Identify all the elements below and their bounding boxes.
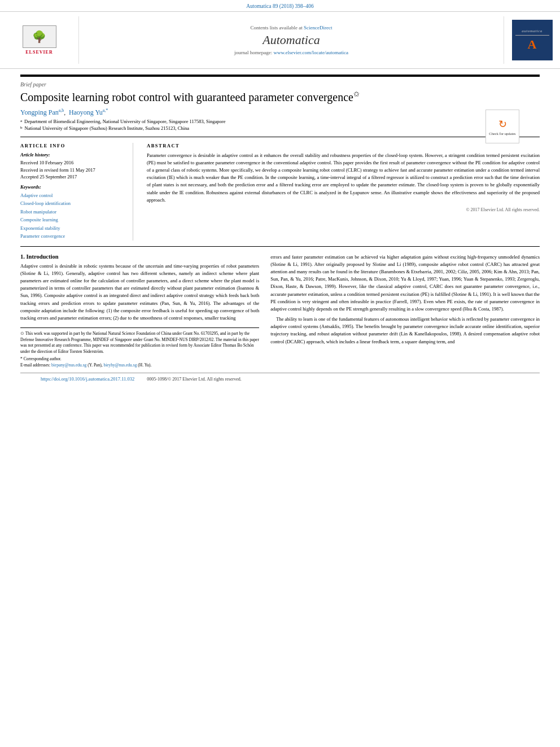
header-center: Contents lists available at ScienceDirec…: [79, 16, 504, 64]
abstract-label: ABSTRACT: [147, 143, 540, 148]
col-left: 1. Introduction Adaptive control is desi…: [20, 254, 259, 368]
col-right: errors and faster parameter estimation c…: [270, 254, 540, 368]
email1-link[interactable]: biepany@nus.edu.sg: [51, 362, 86, 368]
author2-link[interactable]: Haoyong Yua,*: [69, 108, 108, 117]
automatica-badge: automatica A: [512, 20, 553, 60]
doi-link[interactable]: https://doi.org/10.1016/j.automatica.201…: [41, 376, 134, 382]
affil-b-text: National University of Singapore (Suzhou…: [25, 125, 190, 132]
keywords-label: Keywords:: [20, 184, 125, 190]
copyright-line: © 2017 Elsevier Ltd. All rights reserved…: [147, 207, 540, 212]
footnote-star: ✩ This work was supported in part by the…: [20, 331, 259, 355]
badge-label: automatica: [522, 29, 542, 33]
elsevier-text: ELSEVIER: [25, 50, 53, 55]
doi-text: Automatica 89 (2018) 398–406: [246, 3, 314, 9]
contents-text: Contents lists available at: [251, 25, 303, 30]
paper-title-text: Composite learning robot control with gu…: [20, 91, 353, 103]
abstract-text: Parameter convergence is desirable in ad…: [147, 152, 540, 204]
badge-icon: A: [528, 37, 537, 52]
page: Automatica 89 (2018) 398–406 🌳 ELSEVIER …: [0, 0, 560, 747]
kw-robot[interactable]: Robot manipulator: [20, 209, 56, 215]
journal-title: Automatica: [262, 33, 320, 47]
author1-link[interactable]: Yongping Pana,b: [20, 108, 64, 117]
received1: Received 10 February 2016: [20, 159, 125, 167]
journal-homepage: journal homepage: www.elsevier.com/locat…: [234, 50, 348, 55]
intro-right-text: errors and faster parameter estimation c…: [270, 254, 540, 346]
elsevier-logo: 🌳 ELSEVIER: [23, 25, 56, 55]
intro-left-p1: Adaptive control is desirable in robotic…: [20, 263, 259, 322]
elsevier-tree-icon: 🌳: [32, 30, 46, 43]
affil-b-line: b National University of Singapore (Suzh…: [20, 125, 540, 132]
check-updates-icon: ↻: [498, 118, 507, 130]
kw-closed-loop[interactable]: Closed-loop identification: [20, 200, 71, 206]
affiliations: a Department of Biomedical Engineering, …: [20, 119, 540, 132]
affil-a-text: Department of Biomedical Engineering, Na…: [24, 119, 225, 125]
authors-row: Yongping Pana,b , Haoyong Yua,*: [20, 108, 540, 117]
affil-b-sup: b: [20, 125, 23, 132]
intro-heading: 1. Introduction: [20, 254, 259, 260]
sciencedirect-link[interactable]: ScienceDirect: [304, 25, 332, 30]
section-number: 1.: [20, 254, 25, 260]
homepage-label: journal homepage:: [234, 50, 272, 55]
article-abstract-col: ABSTRACT Parameter convergence is desira…: [145, 143, 540, 241]
received2: Received in revised form 11 May 2017: [20, 167, 125, 174]
author1-sup: a,b: [59, 108, 64, 113]
paper-title: Composite learning robot control with gu…: [20, 90, 540, 104]
email2-link[interactable]: bieyhy@nus.edu.sg: [103, 362, 137, 368]
main-two-col: 1. Introduction Adaptive control is desi…: [20, 254, 540, 368]
kw-adaptive[interactable]: Adaptive control: [20, 193, 53, 198]
check-updates-label: Check for updates: [489, 132, 515, 136]
footnote-area: ✩ This work was supported in part by the…: [20, 327, 259, 368]
affil-a-line: a Department of Biomedical Engineering, …: [20, 119, 540, 125]
intro-left-text: Adaptive control is desirable in robotic…: [20, 263, 259, 322]
article-columns: ARTICLE INFO Article history: Received 1…: [20, 137, 540, 247]
intro-right-p1: errors and faster parameter estimation c…: [270, 254, 540, 313]
history-label: Article history:: [20, 152, 125, 158]
kw-exponential[interactable]: Exponential stability: [20, 225, 60, 231]
author-comma: ,: [64, 110, 65, 116]
keywords-list: Adaptive control Closed-loop identificat…: [20, 191, 125, 241]
affil-a-sup: a: [20, 119, 22, 125]
email2-name: (H. Yu).: [138, 362, 151, 368]
doi-bar: Automatica 89 (2018) 398–406: [0, 0, 560, 11]
article-info-col: ARTICLE INFO Article history: Received 1…: [20, 143, 133, 241]
elsevier-box: 🌳: [23, 25, 56, 48]
paper-type-label: Brief paper: [20, 76, 540, 88]
elsevier-logo-area: 🌳 ELSEVIER: [0, 16, 79, 64]
footnote-corresponding: * Corresponding author.: [20, 356, 259, 362]
email1-name: (Y. Pan),: [88, 362, 102, 368]
author2-name: Haoyong Yu: [69, 108, 103, 116]
footnote-emails: E-mail addresses: biepany@nus.edu.sg (Y.…: [20, 362, 259, 369]
author2-sup: a,*: [103, 108, 108, 113]
check-updates-badge: ↻ Check for updates: [485, 110, 519, 143]
badge-divider: [515, 35, 549, 36]
issn-text: 0005-1098/© 2017 Elsevier Ltd. All right…: [147, 377, 241, 382]
body-content: Brief paper Composite learning robot con…: [0, 69, 560, 385]
header-area: 🌳 ELSEVIER Contents lists available at S…: [0, 11, 560, 69]
section-title: Introduction: [27, 254, 59, 260]
accepted: Accepted 25 September 2017: [20, 173, 125, 181]
homepage-url[interactable]: www.elsevier.com/locate/automatica: [274, 50, 348, 55]
article-info-label: ARTICLE INFO: [20, 143, 125, 148]
kw-composite[interactable]: Composite learning: [20, 217, 58, 222]
bottom-bar: https://doi.org/10.1016/j.automatica.201…: [20, 373, 540, 385]
author1-name: Yongping Pan: [20, 108, 59, 116]
intro-right-p2: The ability to learn is one of the funda…: [270, 316, 540, 346]
kw-parameter[interactable]: Parameter convergence: [20, 233, 65, 239]
paper-header-wrapper: Brief paper Composite learning robot con…: [20, 76, 540, 132]
contents-line: Contents lists available at ScienceDirec…: [251, 25, 333, 30]
email-label: E-mail addresses:: [20, 362, 50, 368]
header-badge-area: automatica A: [504, 16, 560, 64]
title-star: ✩: [353, 90, 360, 98]
